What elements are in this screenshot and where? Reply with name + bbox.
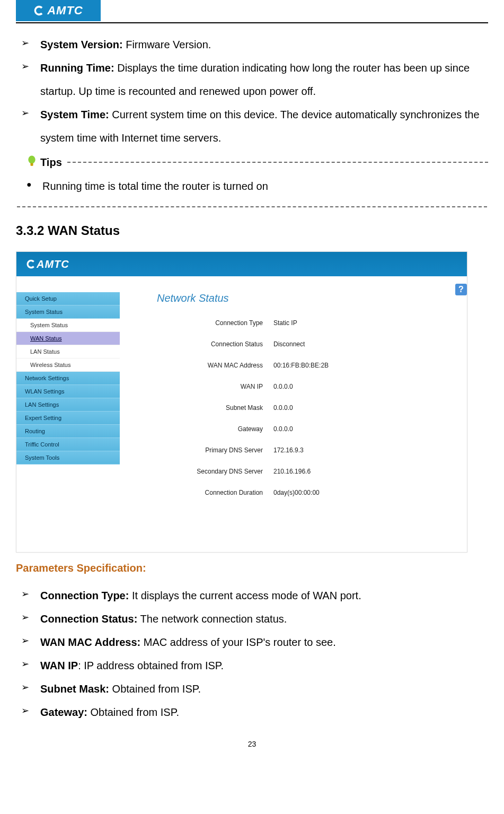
sidebar-item-system-status[interactable]: System Status: [16, 305, 120, 319]
tips-dash: [67, 162, 488, 163]
param-spec-heading: Parameters Specification:: [16, 562, 488, 574]
field-value: 0.0.0.0: [273, 404, 293, 412]
ui-header-logo: AMTC: [26, 258, 69, 270]
sidebar: Quick Setup System Status System Status …: [16, 276, 120, 552]
field-label: Subnet Mask: [146, 404, 273, 412]
doc-logo-text: AMTC: [47, 4, 83, 17]
field-row: Gateway0.0.0.0: [146, 425, 467, 433]
spec-item: System Time: Current system time on this…: [21, 103, 488, 150]
spec-item: System Version: Firmware Version.: [21, 33, 488, 56]
field-label: Primary DNS Server: [146, 447, 273, 454]
tips-label: Tips: [40, 156, 62, 169]
sidebar-subitem-lan-status[interactable]: LAN Status: [16, 345, 120, 358]
tips-end-dash: [17, 206, 487, 207]
spec-desc: The network connection status.: [137, 613, 287, 625]
field-value: Disconnect: [273, 340, 305, 348]
content-pane: Network Status Connection TypeStatic IP …: [120, 276, 467, 552]
field-value: 210.16.196.6: [273, 468, 311, 475]
sidebar-item-routing[interactable]: Routing: [16, 425, 120, 438]
field-row: Connection TypeStatic IP: [146, 319, 467, 327]
spec-term: System Time:: [40, 109, 109, 120]
spec-term: WAN IP: [40, 660, 78, 671]
spec-desc: Firmware Version.: [123, 39, 211, 50]
field-value: 172.16.9.3: [273, 447, 304, 454]
spec-term: Gateway:: [40, 706, 87, 718]
field-value: 0day(s)00:00:00: [273, 489, 320, 496]
spec-term: Running Time:: [40, 62, 114, 74]
sidebar-item-wlan-settings[interactable]: WLAN Settings: [16, 385, 120, 398]
ui-header: AMTC: [16, 252, 467, 276]
field-label: Connection Type: [146, 319, 273, 327]
page-number: 23: [16, 740, 488, 748]
field-row: Connection StatusDisconnect: [146, 340, 467, 348]
field-label: WAN IP: [146, 383, 273, 390]
content-title: Network Status: [157, 292, 467, 304]
section-heading: 3.3.2 WAN Status: [16, 223, 488, 238]
spec-desc: It displays the current access mode of W…: [129, 590, 361, 601]
field-row: WAN IP0.0.0.0: [146, 383, 467, 390]
sidebar-item-expert-setting[interactable]: Expert Setting: [16, 412, 120, 425]
header-rule: [16, 22, 488, 23]
param-spec-list: Connection Type: It displays the current…: [21, 584, 488, 724]
field-row: Subnet Mask0.0.0.0: [146, 404, 467, 412]
spec-term: WAN MAC Address:: [40, 636, 140, 648]
spec-item: WAN IP: IP address obtained from ISP.: [21, 654, 488, 677]
spec-desc: : IP address obtained from ISP.: [78, 660, 224, 671]
swirl-icon: [33, 5, 45, 16]
field-value: 0.0.0.0: [273, 425, 293, 433]
spec-item: Subnet Mask: Obtained from ISP.: [21, 677, 488, 701]
svg-rect-1: [31, 163, 33, 166]
field-label: Gateway: [146, 425, 273, 433]
field-value: 0.0.0.0: [273, 383, 293, 390]
field-label: Connection Status: [146, 340, 273, 348]
doc-logo: AMTC: [16, 0, 101, 21]
spec-term: System Version:: [40, 39, 123, 50]
sidebar-subitem-wan-status[interactable]: WAN Status: [16, 332, 120, 345]
field-label: Secondary DNS Server: [146, 468, 273, 475]
spec-item: Connection Type: It displays the current…: [21, 584, 488, 607]
svg-point-0: [28, 156, 35, 164]
field-label: WAN MAC Address: [146, 362, 273, 369]
swirl-icon: [26, 259, 37, 269]
sidebar-item-network-settings[interactable]: Network Settings: [16, 372, 120, 385]
sidebar-item-lan-settings[interactable]: LAN Settings: [16, 398, 120, 412]
sidebar-subitem-wireless-status[interactable]: Wireless Status: [16, 358, 120, 372]
spec-desc: Obtained from ISP.: [87, 706, 179, 718]
sidebar-subitem-system-status[interactable]: System Status: [16, 319, 120, 332]
field-row: Connection Duration0day(s)00:00:00: [146, 489, 467, 496]
spec-term: Subnet Mask:: [40, 683, 109, 695]
spec-item: Gateway: Obtained from ISP.: [21, 701, 488, 724]
spec-term: Connection Status:: [40, 613, 137, 625]
tips-list: Running time is total time the router is…: [26, 178, 488, 195]
sidebar-item-quick-setup[interactable]: Quick Setup: [16, 292, 120, 305]
spec-term: Connection Type:: [40, 590, 129, 601]
field-row: Primary DNS Server172.16.9.3: [146, 447, 467, 454]
tips-item: Running time is total time the router is…: [26, 178, 488, 195]
field-row: Secondary DNS Server210.16.196.6: [146, 468, 467, 475]
spec-item: Running Time: Displays the time duration…: [21, 56, 488, 103]
field-value: 00:16:FB:B0:BE:2B: [273, 362, 329, 369]
field-row: WAN MAC Address00:16:FB:B0:BE:2B: [146, 362, 467, 369]
spec-item: WAN MAC Address: MAC address of your ISP…: [21, 631, 488, 654]
router-ui-screenshot: AMTC ? Quick Setup System Status System …: [16, 251, 467, 553]
ui-logo-text: AMTC: [37, 258, 69, 270]
tips-row: Tips: [16, 155, 488, 170]
sidebar-item-traffic-control[interactable]: Triffic Control: [16, 438, 120, 451]
field-label: Connection Duration: [146, 489, 273, 496]
spec-item: Connection Status: The network connectio…: [21, 607, 488, 631]
sidebar-item-system-tools[interactable]: System Tools: [16, 451, 120, 465]
lightbulb-icon: [26, 155, 37, 170]
intro-spec-list: System Version: Firmware Version. Runnin…: [21, 33, 488, 150]
spec-desc: MAC address of your ISP's router to see.: [140, 636, 335, 648]
field-value: Static IP: [273, 319, 297, 327]
spec-desc: Obtained from ISP.: [109, 683, 201, 695]
